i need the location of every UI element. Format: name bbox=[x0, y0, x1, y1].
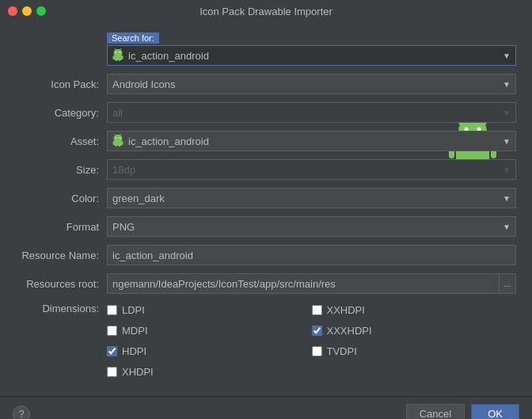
svg-point-11 bbox=[116, 51, 117, 53]
svg-line-18 bbox=[115, 48, 116, 50]
minimize-button[interactable] bbox=[22, 6, 32, 16]
svg-rect-16 bbox=[116, 59, 117, 61]
close-button[interactable] bbox=[8, 6, 17, 16]
asset-control: ic_action_android ▼ bbox=[107, 131, 516, 151]
color-arrow: ▼ bbox=[503, 194, 511, 203]
browse-button[interactable]: ... bbox=[499, 273, 516, 294]
footer-buttons: Cancel OK bbox=[406, 404, 519, 420]
checkbox-tvdpi: TVDPI bbox=[312, 342, 517, 360]
asset-icon-small bbox=[112, 134, 124, 149]
svg-rect-24 bbox=[113, 141, 115, 145]
tvdpi-checkbox[interactable] bbox=[312, 346, 322, 356]
search-dropdown-arrow: ▼ bbox=[503, 51, 511, 60]
size-control: 18dp ▼ bbox=[107, 159, 516, 180]
size-label: Size: bbox=[16, 164, 107, 176]
resources-root-input[interactable] bbox=[107, 273, 499, 294]
resource-name-control bbox=[107, 245, 516, 265]
ok-button[interactable]: OK bbox=[471, 404, 519, 420]
format-label: Format bbox=[16, 221, 107, 233]
android-icon-small bbox=[112, 48, 124, 63]
hdpi-checkbox[interactable] bbox=[107, 346, 117, 356]
category-label: Category: bbox=[16, 107, 107, 119]
dimensions-grid: LDPI XXHDPI MDPI XXXHDPI HDPI bbox=[107, 301, 516, 380]
color-dropdown[interactable]: green_dark ▼ bbox=[107, 188, 516, 208]
checkbox-hdpi: HDPI bbox=[107, 342, 312, 360]
color-value: green_dark bbox=[112, 192, 165, 204]
footer: ? Cancel OK bbox=[0, 396, 532, 419]
svg-point-12 bbox=[120, 51, 121, 53]
format-dropdown[interactable]: PNG ▼ bbox=[107, 216, 516, 237]
search-for-section: Search for: bbox=[107, 32, 516, 67]
checkbox-mdpi: MDPI bbox=[107, 322, 312, 339]
ldpi-label: LDPI bbox=[122, 304, 145, 316]
window-title: Icon Pack Drawable Importer bbox=[200, 6, 332, 17]
svg-rect-25 bbox=[122, 141, 124, 145]
svg-point-21 bbox=[116, 137, 117, 139]
color-label: Color: bbox=[16, 192, 107, 204]
icon-pack-label: Icon Pack: bbox=[16, 78, 107, 90]
search-row: ic_action_android ▼ bbox=[107, 44, 516, 67]
size-dropdown[interactable]: 18dp ▼ bbox=[107, 159, 516, 180]
title-bar: Icon Pack Drawable Importer bbox=[0, 0, 532, 22]
asset-label: Asset: bbox=[16, 135, 107, 147]
resource-name-input[interactable] bbox=[107, 245, 516, 265]
category-row: Category: all ▼ bbox=[16, 101, 516, 124]
icon-pack-control: Android Icons ▼ bbox=[107, 74, 516, 94]
svg-rect-13 bbox=[114, 55, 122, 60]
search-dropdown[interactable]: ic_action_android ▼ bbox=[107, 45, 516, 66]
xxxhdpi-checkbox[interactable] bbox=[312, 326, 322, 336]
xxxhdpi-label: XXXHDPI bbox=[327, 325, 372, 337]
search-value: ic_action_android bbox=[128, 50, 209, 62]
window-controls bbox=[8, 6, 46, 16]
color-control: green_dark ▼ bbox=[107, 188, 516, 208]
category-value: all bbox=[112, 107, 123, 119]
cancel-button[interactable]: Cancel bbox=[406, 404, 465, 420]
xhdpi-checkbox[interactable] bbox=[107, 367, 117, 377]
size-value: 18dp bbox=[112, 164, 135, 176]
mdpi-checkbox[interactable] bbox=[107, 326, 117, 336]
icon-pack-row: Icon Pack: Android Icons ▼ bbox=[16, 73, 516, 95]
main-content: Search for: bbox=[0, 22, 532, 396]
svg-rect-15 bbox=[122, 55, 124, 59]
category-arrow: ▼ bbox=[503, 109, 511, 117]
checkbox-xxxhdpi: XXXHDPI bbox=[312, 322, 517, 339]
svg-point-22 bbox=[120, 137, 121, 139]
icon-pack-arrow: ▼ bbox=[503, 80, 511, 89]
svg-rect-23 bbox=[114, 141, 122, 146]
svg-line-28 bbox=[115, 134, 116, 135]
svg-rect-14 bbox=[113, 55, 115, 59]
resources-root-label: Resources root: bbox=[16, 278, 107, 290]
size-row: Size: 18dp ▼ bbox=[16, 158, 516, 181]
ldpi-checkbox[interactable] bbox=[107, 305, 117, 315]
format-control: PNG ▼ bbox=[107, 216, 516, 237]
checkbox-xxhdpi: XXHDPI bbox=[312, 301, 517, 318]
xhdpi-label: XHDPI bbox=[122, 366, 154, 378]
dimensions-section: Dimensions: LDPI XXHDPI MDPI XXXHDPI bbox=[16, 301, 516, 380]
category-dropdown[interactable]: all ▼ bbox=[107, 102, 516, 123]
resources-root-row: Resources root: ... bbox=[16, 272, 516, 295]
icon-pack-value: Android Icons bbox=[112, 78, 176, 90]
xxhdpi-checkbox[interactable] bbox=[312, 305, 322, 315]
checkbox-xhdpi: XHDPI bbox=[107, 363, 312, 380]
maximize-button[interactable] bbox=[36, 6, 46, 16]
resource-name-row: Resource Name: bbox=[16, 244, 516, 266]
tvdpi-label: TVDPI bbox=[327, 345, 357, 357]
dimensions-label: Dimensions: bbox=[16, 301, 107, 380]
svg-rect-26 bbox=[116, 145, 117, 147]
checkbox-ldpi: LDPI bbox=[107, 301, 312, 318]
asset-arrow: ▼ bbox=[503, 137, 511, 146]
svg-line-29 bbox=[120, 134, 122, 135]
svg-line-19 bbox=[120, 48, 122, 50]
svg-rect-27 bbox=[119, 145, 120, 147]
format-arrow: ▼ bbox=[503, 223, 511, 231]
size-arrow: ▼ bbox=[503, 166, 511, 174]
color-row: Color: green_dark ▼ bbox=[16, 187, 516, 209]
icon-pack-dropdown[interactable]: Android Icons ▼ bbox=[107, 74, 516, 94]
form-area: Search for: bbox=[16, 32, 516, 387]
asset-value: ic_action_android bbox=[128, 135, 209, 147]
asset-dropdown[interactable]: ic_action_android ▼ bbox=[107, 131, 516, 151]
format-value: PNG bbox=[112, 221, 135, 233]
resources-root-control: ... bbox=[107, 273, 516, 294]
help-button[interactable]: ? bbox=[13, 406, 30, 420]
xxhdpi-label: XXHDPI bbox=[327, 304, 365, 316]
